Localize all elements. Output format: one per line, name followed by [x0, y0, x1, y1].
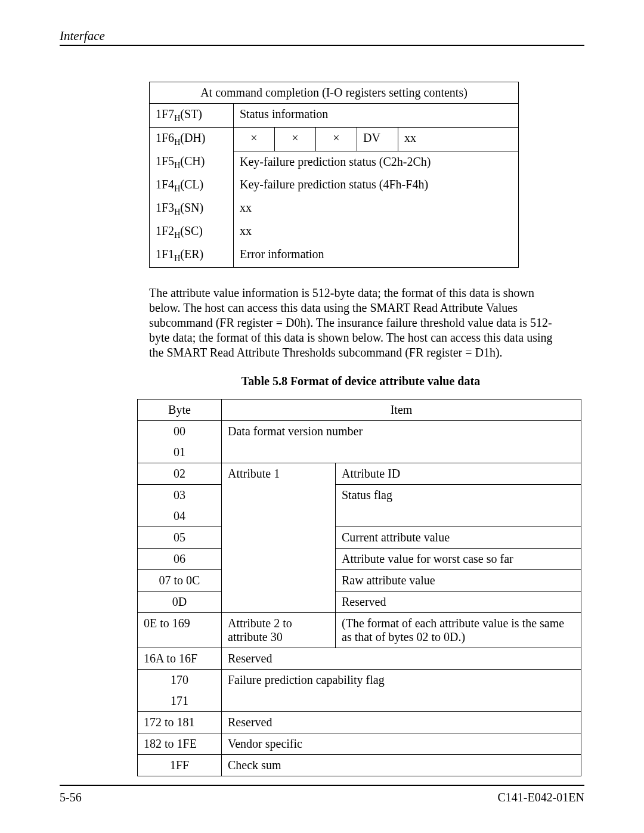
table2-caption: Table 5.8 Format of device attribute val…	[137, 374, 584, 388]
reg-1f5-desc: Key-failure prediction status (C2h-2Ch)	[234, 151, 519, 174]
th-item: Item	[222, 400, 581, 421]
page-header: Interface	[60, 29, 584, 46]
cell-x2: ×	[275, 128, 316, 151]
byte-1ff: 1FF	[138, 755, 222, 776]
reg-num: 1F2	[156, 224, 174, 237]
table1-title: At command completion (I-O registers set…	[150, 82, 519, 104]
item-0e: (The format of each attribute value is t…	[336, 613, 581, 648]
byte-03: 03	[138, 485, 222, 506]
reg-mn: (ST)	[180, 107, 202, 120]
reg-1f6: 1F6H(DH)	[150, 128, 234, 151]
item-1ff: Check sum	[222, 755, 581, 776]
th-byte: Byte	[138, 400, 222, 421]
item-07: Raw attribute value	[336, 570, 581, 592]
reg-1f2-desc: xx	[234, 221, 519, 244]
byte-05: 05	[138, 527, 222, 549]
reg-mn: (ER)	[180, 247, 203, 261]
reg-sub: H	[174, 231, 180, 240]
reg-mn: (SN)	[180, 201, 203, 214]
io-registers-table: At command completion (I-O registers set…	[149, 82, 519, 268]
reg-sub: H	[174, 161, 180, 170]
item-05: Current attribute value	[336, 527, 581, 549]
reg-mn: (DH)	[180, 131, 205, 144]
reg-sub: H	[174, 208, 180, 216]
reg-num: 1F1	[156, 247, 174, 261]
item-0d: Reserved	[336, 592, 581, 613]
attribute-value-table: Byte Item 00 Data format version number …	[137, 399, 581, 776]
reg-1f1: 1F1H(ER)	[150, 244, 234, 268]
item-02: Attribute ID	[336, 463, 581, 485]
item-03: Status flag	[336, 485, 581, 506]
reg-1f4-desc: Key-failure prediction status (4Fh-F4h)	[234, 174, 519, 197]
item-170: Failure prediction capability flag	[222, 670, 581, 712]
byte-170: 170	[138, 670, 222, 691]
reg-mn: (CL)	[180, 178, 203, 191]
item-182: Vendor specific	[222, 733, 581, 755]
byte-16a: 16A to 16F	[138, 648, 222, 670]
page-footer: 5-56 C141-E042-01EN	[60, 785, 584, 804]
item-172: Reserved	[222, 712, 581, 733]
reg-num: 1F7	[156, 107, 174, 120]
byte-00: 00	[138, 421, 222, 442]
reg-mn: (CH)	[180, 154, 205, 168]
byte-0e: 0E to 169	[138, 613, 222, 648]
reg-sub: H	[174, 114, 180, 123]
byte-04: 04	[138, 506, 222, 527]
byte-06: 06	[138, 549, 222, 570]
byte-171: 171	[138, 690, 222, 712]
attr-1: Attribute 1	[222, 463, 336, 485]
attr-blank	[222, 485, 336, 506]
cell-xx: xx	[398, 128, 519, 151]
reg-1f3: 1F3H(SN)	[150, 197, 234, 221]
attr-blank	[222, 570, 336, 592]
reg-1f4: 1F4H(CL)	[150, 174, 234, 197]
reg-1f7: 1F7H(ST)	[150, 104, 234, 128]
page-number: 5-56	[60, 791, 82, 804]
byte-01: 01	[138, 442, 222, 463]
attr-blank	[222, 527, 336, 549]
reg-1f2: 1F2H(SC)	[150, 221, 234, 244]
byte-02: 02	[138, 463, 222, 485]
reg-1f1-desc: Error information	[234, 244, 519, 268]
reg-num: 1F4	[156, 178, 174, 191]
cell-x3: ×	[316, 128, 357, 151]
byte-07: 07 to 0C	[138, 570, 222, 592]
reg-num: 1F3	[156, 201, 174, 214]
byte-182: 182 to 1FE	[138, 733, 222, 755]
doc-id: C141-E042-01EN	[497, 791, 584, 804]
cell-dv: DV	[357, 128, 398, 151]
reg-mn: (SC)	[180, 224, 203, 237]
attr-blank	[222, 592, 336, 613]
reg-sub: H	[174, 138, 180, 147]
byte-0d: 0D	[138, 592, 222, 613]
byte-172: 172 to 181	[138, 712, 222, 733]
item-00: Data format version number	[222, 421, 581, 463]
reg-num: 1F5	[156, 154, 174, 168]
reg-1f7-desc: Status information	[234, 104, 519, 128]
attr-blank	[222, 506, 336, 527]
item-16a: Reserved	[222, 648, 581, 670]
reg-1f5: 1F5H(CH)	[150, 151, 234, 174]
reg-1f3-desc: xx	[234, 197, 519, 221]
reg-sub: H	[174, 254, 180, 263]
reg-num: 1F6	[156, 131, 174, 144]
reg-sub: H	[174, 184, 180, 193]
attr-2-30: Attribute 2 to attribute 30	[222, 613, 336, 648]
item-06: Attribute value for worst case so far	[336, 549, 581, 570]
cell-x1: ×	[234, 128, 275, 151]
body-paragraph: The attribute value information is 512-b…	[149, 286, 566, 360]
attr-blank	[222, 549, 336, 570]
item-04	[336, 506, 581, 527]
